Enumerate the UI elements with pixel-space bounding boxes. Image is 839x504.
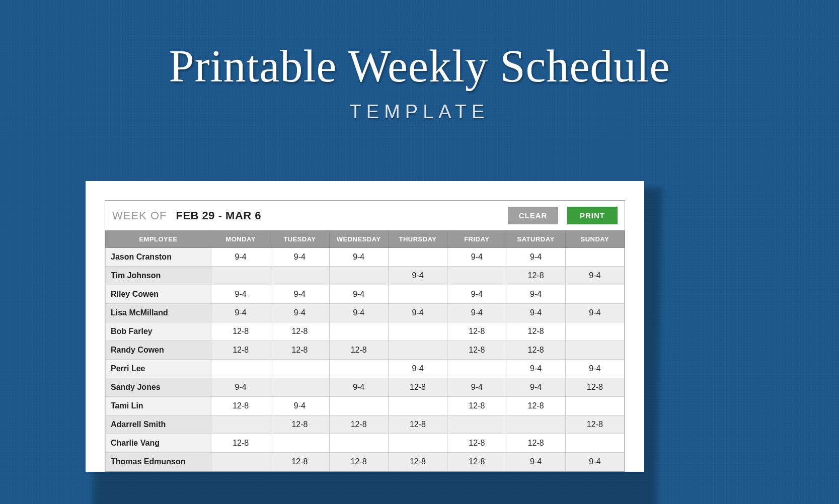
shift-cell[interactable]: 9-4 xyxy=(506,378,565,397)
employee-name-cell[interactable]: Tami Lin xyxy=(106,397,211,415)
shift-cell[interactable] xyxy=(329,434,388,453)
shift-cell[interactable] xyxy=(388,285,447,304)
shift-cell[interactable] xyxy=(447,267,506,285)
shift-cell[interactable]: 9-4 xyxy=(329,378,388,397)
shift-cell[interactable] xyxy=(565,285,624,304)
shift-cell[interactable]: 9-4 xyxy=(447,378,506,397)
shift-cell[interactable]: 9-4 xyxy=(506,360,565,378)
shift-cell[interactable]: 12-8 xyxy=(329,341,388,360)
shift-cell[interactable]: 12-8 xyxy=(270,341,329,360)
shift-cell[interactable]: 9-4 xyxy=(506,248,565,267)
shift-cell[interactable] xyxy=(565,248,624,267)
shift-cell[interactable] xyxy=(565,397,624,415)
shift-cell[interactable]: 9-4 xyxy=(506,304,565,322)
shift-cell[interactable] xyxy=(388,248,447,267)
shift-cell[interactable] xyxy=(329,322,388,341)
shift-cell[interactable]: 12-8 xyxy=(506,434,565,453)
shift-cell[interactable]: 12-8 xyxy=(211,322,270,341)
shift-cell[interactable] xyxy=(211,415,270,434)
shift-cell[interactable]: 9-4 xyxy=(388,304,447,322)
shift-cell[interactable] xyxy=(211,360,270,378)
shift-cell[interactable]: 12-8 xyxy=(270,453,329,471)
employee-name-cell[interactable]: Thomas Edmunson xyxy=(106,453,211,471)
shift-cell[interactable] xyxy=(270,378,329,397)
shift-cell[interactable] xyxy=(270,267,329,285)
employee-name-cell[interactable]: Adarrell Smith xyxy=(106,415,211,434)
employee-name-cell[interactable]: Bob Farley xyxy=(106,322,211,341)
shift-cell[interactable]: 9-4 xyxy=(270,397,329,415)
shift-cell[interactable]: 9-4 xyxy=(211,304,270,322)
shift-cell[interactable]: 9-4 xyxy=(447,285,506,304)
shift-cell[interactable]: 12-8 xyxy=(388,415,447,434)
shift-cell[interactable]: 12-8 xyxy=(211,341,270,360)
shift-cell[interactable]: 9-4 xyxy=(506,285,565,304)
shift-cell[interactable]: 9-4 xyxy=(211,285,270,304)
shift-cell[interactable]: 12-8 xyxy=(506,397,565,415)
shift-cell[interactable] xyxy=(270,434,329,453)
shift-cell[interactable] xyxy=(270,360,329,378)
shift-cell[interactable]: 9-4 xyxy=(447,248,506,267)
shift-cell[interactable] xyxy=(565,434,624,453)
shift-cell[interactable]: 12-8 xyxy=(506,267,565,285)
shift-cell[interactable]: 9-4 xyxy=(565,267,624,285)
shift-cell[interactable]: 12-8 xyxy=(388,378,447,397)
shift-cell[interactable] xyxy=(565,322,624,341)
shift-cell[interactable] xyxy=(447,415,506,434)
shift-cell[interactable]: 9-4 xyxy=(329,248,388,267)
employee-name-cell[interactable]: Randy Cowen xyxy=(106,341,211,360)
shift-cell[interactable] xyxy=(329,397,388,415)
shift-cell[interactable] xyxy=(211,267,270,285)
employee-name-cell[interactable]: Charlie Vang xyxy=(106,434,211,453)
shift-cell[interactable]: 12-8 xyxy=(329,453,388,471)
shift-cell[interactable]: 9-4 xyxy=(565,360,624,378)
shift-cell[interactable]: 9-4 xyxy=(329,304,388,322)
shift-cell[interactable]: 12-8 xyxy=(211,397,270,415)
shift-cell[interactable]: 12-8 xyxy=(447,322,506,341)
shift-cell[interactable] xyxy=(329,360,388,378)
shift-cell[interactable]: 12-8 xyxy=(329,415,388,434)
shift-cell[interactable]: 12-8 xyxy=(447,453,506,471)
shift-cell[interactable]: 9-4 xyxy=(270,248,329,267)
employee-name-cell[interactable]: Jason Cranston xyxy=(106,248,211,267)
print-button[interactable]: PRINT xyxy=(567,207,618,224)
shift-cell[interactable]: 9-4 xyxy=(388,267,447,285)
column-header: MONDAY xyxy=(211,231,270,248)
employee-name-cell[interactable]: Perri Lee xyxy=(106,360,211,378)
shift-cell[interactable] xyxy=(388,434,447,453)
shift-cell[interactable] xyxy=(388,341,447,360)
shift-cell[interactable]: 12-8 xyxy=(506,322,565,341)
shift-cell[interactable]: 12-8 xyxy=(388,453,447,471)
shift-cell[interactable]: 9-4 xyxy=(270,285,329,304)
shift-cell[interactable]: 12-8 xyxy=(270,415,329,434)
shift-cell[interactable]: 9-4 xyxy=(211,378,270,397)
employee-name-cell[interactable]: Lisa McMilland xyxy=(106,304,211,322)
shift-cell[interactable]: 9-4 xyxy=(211,248,270,267)
shift-cell[interactable] xyxy=(329,267,388,285)
shift-cell[interactable]: 12-8 xyxy=(565,415,624,434)
employee-name-cell[interactable]: Tim Johnson xyxy=(106,267,211,285)
shift-cell[interactable]: 12-8 xyxy=(447,341,506,360)
shift-cell[interactable]: 12-8 xyxy=(270,322,329,341)
shift-cell[interactable]: 12-8 xyxy=(211,434,270,453)
shift-cell[interactable]: 9-4 xyxy=(565,304,624,322)
clear-button[interactable]: CLEAR xyxy=(508,207,558,224)
shift-cell[interactable]: 9-4 xyxy=(388,360,447,378)
shift-cell[interactable]: 12-8 xyxy=(447,434,506,453)
shift-cell[interactable]: 12-8 xyxy=(447,397,506,415)
employee-name-cell[interactable]: Riley Cowen xyxy=(106,285,211,304)
shift-cell[interactable] xyxy=(506,415,565,434)
shift-cell[interactable]: 9-4 xyxy=(329,285,388,304)
shift-cell[interactable]: 9-4 xyxy=(447,304,506,322)
employee-name-cell[interactable]: Sandy Jones xyxy=(106,378,211,397)
shift-cell[interactable] xyxy=(565,341,624,360)
shift-cell[interactable] xyxy=(388,397,447,415)
shift-cell[interactable]: 12-8 xyxy=(565,378,624,397)
shift-cell[interactable]: 9-4 xyxy=(270,304,329,322)
shift-cell[interactable]: 9-4 xyxy=(565,453,624,471)
shift-cell[interactable] xyxy=(447,360,506,378)
shift-cell[interactable]: 12-8 xyxy=(506,341,565,360)
toolbar: WEEK OF FEB 29 - MAR 6 CLEAR PRINT xyxy=(105,201,625,230)
shift-cell[interactable]: 9-4 xyxy=(506,453,565,471)
shift-cell[interactable] xyxy=(211,453,270,471)
shift-cell[interactable] xyxy=(388,322,447,341)
